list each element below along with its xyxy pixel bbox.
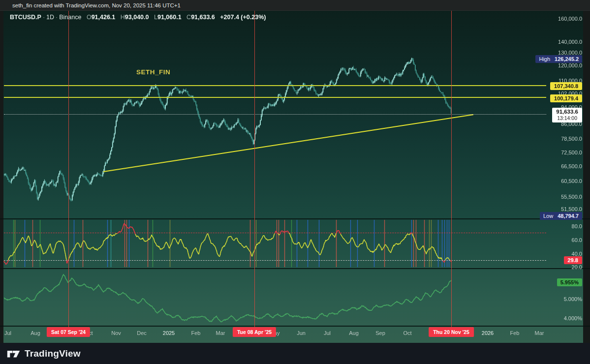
high-label: H (121, 14, 125, 21)
date-marker-badge: Tue 08 Apr '25 (233, 327, 276, 337)
author-watermark: SETH_FIN (136, 68, 170, 76)
rsi-axis-tick: 60.0 (540, 237, 582, 243)
level-price-badge-1: 107,340.8 (550, 82, 582, 90)
low-badge-label: Low (543, 213, 553, 219)
price-axis-tick: 72,500.0 (540, 150, 582, 155)
price-axis-tick: 160,000.0 (540, 16, 582, 22)
support-level-line-100179[interactable] (4, 97, 546, 98)
time-axis-label: Aug (31, 330, 40, 336)
time-axis-label: Mar (216, 330, 225, 336)
time-axis-label: Aug (349, 330, 359, 336)
tradingview-logo[interactable]: TradingView (7, 347, 81, 360)
rsi-axis-tick: 80.0 (540, 223, 582, 229)
rsi-axis-tick: 20.0 (540, 264, 582, 270)
last-price-value: 91,633.6 (556, 109, 578, 115)
separator: · (54, 14, 59, 21)
symbol-name[interactable]: BTCUSD.P (10, 14, 41, 21)
price-axis-tick: 120,000.0 (540, 62, 582, 68)
red-event-vline (68, 11, 69, 337)
exchange-label[interactable]: Binance (59, 14, 81, 21)
rsi-value-badge: 29.8 (564, 256, 582, 264)
time-axis-label: Jul (324, 330, 331, 336)
separator: · (41, 14, 46, 21)
growth-axis-tick: 4.000% (540, 315, 582, 321)
growth-panel-canvas[interactable] (0, 269, 590, 327)
high-badge-label: High (539, 56, 550, 62)
tradingview-brand-text: TradingView (25, 348, 81, 359)
interval-label[interactable]: 1D (46, 14, 54, 21)
price-axis-tick: 66,500.0 (540, 163, 582, 169)
tradingview-export-screenshot: { "export_bar": { "text": "seth_fin crea… (0, 0, 590, 364)
chart-root[interactable]: BTCUSD.P·1D·Binance O91,426.1 H93,040.0 … (0, 11, 590, 343)
open-label: O (87, 14, 92, 21)
time-axis[interactable]: JulAugOctNovDec2025FebMarMayJunJulAugSep… (0, 326, 590, 343)
level-price-badge-2: 100,179.4 (550, 94, 582, 102)
time-axis-label: Dec (137, 330, 147, 336)
time-axis-label: Feb (191, 330, 201, 336)
high-price-badge: High 126,245.2 (535, 55, 582, 63)
price-axis-tick: 60,500.0 (540, 178, 582, 184)
open-value: 91,426.1 (92, 14, 116, 21)
date-marker-badge: Thu 20 Nov '25 (429, 327, 474, 337)
last-price-badge: 91,633.6 13:14:00 (552, 108, 582, 122)
change-value: +207.4 (+0.23%) (220, 14, 266, 21)
growth-value-badge: 5.955% (557, 278, 582, 286)
price-axis-tick: 78,500.0 (540, 136, 582, 142)
symbol-header[interactable]: BTCUSD.P·1D·Binance O91,426.1 H93,040.0 … (10, 14, 266, 21)
time-axis-label: Jun (297, 330, 306, 336)
low-value: 91,060.1 (157, 14, 182, 21)
low-label: L (154, 14, 157, 21)
time-axis-label: 2026 (482, 330, 494, 336)
export-caption-bar: seth_fin created with TradingView.com, N… (0, 0, 590, 11)
price-axis-tick: 51,500.0 (540, 206, 582, 212)
high-value: 93,040.0 (125, 14, 149, 21)
time-axis-label: Oct (403, 330, 411, 336)
resistance-level-line-107340[interactable] (4, 85, 546, 86)
time-axis-label: Sep (375, 330, 385, 336)
growth-axis-tick: 5.000% (540, 296, 582, 302)
footer-bar: TradingView (0, 343, 590, 364)
price-axis-tick: 140,000.0 (540, 39, 582, 45)
red-event-vline (451, 11, 452, 337)
close-label: C (186, 14, 191, 21)
rsi-panel-canvas[interactable] (0, 219, 590, 268)
price-chart-canvas[interactable] (0, 11, 590, 219)
low-badge-value: 48,794.7 (558, 213, 579, 219)
rsi-overbought-dashed-line[interactable] (4, 233, 546, 233)
bar-countdown: 13:14:00 (556, 115, 578, 121)
panel-divider[interactable] (0, 218, 590, 219)
time-axis-label: Mar (535, 330, 544, 336)
price-axis-tick: 55,500.0 (540, 194, 582, 200)
export-caption-text: seth_fin created with TradingView.com, N… (12, 2, 181, 8)
time-axis-label: Jul (4, 330, 11, 336)
time-axis-label: Nov (111, 330, 121, 336)
time-axis-label: Feb (510, 330, 520, 336)
high-badge-value: 126,245.2 (555, 56, 579, 62)
low-price-badge: Low 48,794.7 (540, 212, 582, 220)
tradingview-logo-icon (7, 347, 20, 360)
rsi-oversold-dashed-line[interactable] (4, 260, 546, 261)
time-axis-label: 2025 (163, 330, 175, 336)
last-price-dotted-line (4, 114, 546, 115)
date-marker-badge: Sat 07 Sep '24 (47, 327, 90, 337)
close-value: 91,633.6 (191, 14, 215, 21)
panel-divider[interactable] (0, 268, 590, 269)
red-event-vline (254, 11, 255, 337)
